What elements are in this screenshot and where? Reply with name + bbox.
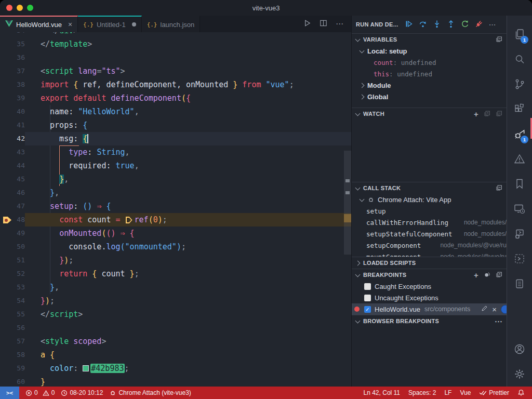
split-editor-button[interactable] <box>320 19 327 29</box>
debug-session-status[interactable]: Chrome Attach (vite-vue3) <box>109 389 191 396</box>
collapse-all-icon[interactable] <box>496 110 502 118</box>
sidebar-item-remote-terminal[interactable] <box>507 246 532 271</box>
code-line-42[interactable]: 42 msg: { <box>0 132 351 145</box>
variable-row[interactable]: count: undefined <box>352 57 507 68</box>
close-tab-icon[interactable]: × <box>68 20 72 29</box>
browser-breakpoints-more-icon[interactable]: ⋯ <box>495 317 502 325</box>
sidebar-item-search[interactable] <box>507 47 532 72</box>
sidebar-item-explorer[interactable]: 1 <box>507 22 532 47</box>
breakpoint-checkbox[interactable] <box>364 295 371 301</box>
code-line-48[interactable]: 48 const count = ref(0); <box>0 213 351 227</box>
code-line-40[interactable]: 40 name: "HelloWorld", <box>0 105 351 118</box>
code-line-59[interactable]: 59 color: #42b983; <box>0 362 351 375</box>
loaded-scripts-header[interactable]: LOADED SCRIPTS <box>352 257 507 269</box>
sidebar-item-source-control[interactable] <box>507 72 532 97</box>
stack-frame-row[interactable]: callWithErrorHandlingnode_modules/ <box>352 217 507 228</box>
run-file-button[interactable] <box>303 19 311 29</box>
breakpoints-header[interactable]: BREAKPOINTS + <box>352 269 507 281</box>
code-line-49[interactable]: 49 onMounted(() ⇒ { <box>0 227 351 240</box>
stack-frame-row[interactable]: mountComponentnode_modules/@vue/ru <box>352 251 507 257</box>
code-line-53[interactable]: 53 }, <box>0 281 351 294</box>
breakpoint-checkbox[interactable] <box>364 283 371 290</box>
code-line-47[interactable]: 47 setup: () ⇒ { <box>0 200 351 213</box>
restart-button[interactable] <box>461 20 469 30</box>
notifications-bell-icon[interactable] <box>517 389 525 396</box>
editor-more-actions-button[interactable]: ⋯ <box>336 19 344 29</box>
continue-button[interactable] <box>405 20 413 30</box>
code-line-38[interactable]: 38import { ref, defineComponent, onMount… <box>0 78 351 91</box>
step-out-button[interactable] <box>447 20 455 30</box>
code-line-56[interactable]: 56 <box>0 321 351 335</box>
sidebar-item-bookmarks[interactable] <box>507 171 532 196</box>
language-mode-status[interactable]: Vue <box>460 389 471 396</box>
code-line-45[interactable]: 45 }, <box>0 172 351 186</box>
code-line-51[interactable]: 51 }); <box>0 254 351 267</box>
breakpoint-row[interactable]: ✓HelloWorld.vuesrc/components× <box>352 303 507 315</box>
stack-frame-row[interactable]: setup <box>352 205 507 217</box>
sidebar-item-run-and-debug[interactable]: 1 <box>507 122 532 147</box>
tab-Untitled-1[interactable]: {.}Untitled-1 <box>78 16 142 32</box>
variables-scope-row[interactable]: Module <box>352 79 507 91</box>
remove-all-watch-icon[interactable] <box>484 110 490 118</box>
collapse-all-icon[interactable] <box>496 36 502 44</box>
code-line-46[interactable]: 46 }, <box>0 186 351 200</box>
sidebar-item-debug-alt[interactable] <box>507 221 532 246</box>
breakpoint-row[interactable]: Caught Exceptions <box>352 281 507 292</box>
clock-status[interactable]: 08-20 10:12 <box>61 389 103 396</box>
code-line-57[interactable]: 57<style scoped> <box>0 335 351 348</box>
code-line-55[interactable]: 55</script> <box>0 308 351 321</box>
add-watch-icon[interactable]: + <box>474 110 478 118</box>
settings-gear-icon[interactable] <box>507 362 532 387</box>
code-line-44[interactable]: 44 required: true, <box>0 159 351 172</box>
sidebar-item-problems-warning[interactable] <box>507 147 532 171</box>
formatter-status[interactable]: Prettier <box>479 389 509 396</box>
call-stack-header[interactable]: CALL STACK <box>352 182 507 194</box>
breakpoint-checkbox[interactable]: ✓ <box>364 306 371 313</box>
debug-session-row[interactable]: Chrome Attach: Vite App <box>352 194 507 205</box>
remove-all-breakpoints-icon[interactable] <box>496 271 502 279</box>
edit-breakpoint-icon[interactable] <box>481 305 488 313</box>
sidebar-item-live-preview[interactable] <box>507 196 532 221</box>
code-line-35[interactable]: 35</template> <box>0 37 351 51</box>
remove-breakpoint-icon[interactable]: × <box>492 305 497 314</box>
breakpoint-row[interactable]: Uncaught Exceptions <box>352 292 507 303</box>
toggle-breakpoints-icon[interactable] <box>484 271 490 279</box>
code-line-50[interactable]: 50 console.log("onmounted"); <box>0 240 351 254</box>
overview-ruler[interactable] <box>344 32 351 387</box>
stack-frame-row[interactable]: setupStatefulComponentnode_modules/ <box>352 228 507 240</box>
code-line-58[interactable]: 58a { <box>0 348 351 362</box>
stack-frame-row[interactable]: setupComponentnode_modules/@vue/ru <box>352 240 507 251</box>
code-line-37[interactable]: 37<script lang="ts"> <box>0 64 351 78</box>
disconnect-button[interactable] <box>475 20 483 30</box>
collapse-all-icon[interactable] <box>496 184 502 192</box>
code-line-60[interactable]: 60} <box>0 375 351 387</box>
step-into-button[interactable] <box>433 20 441 30</box>
variables-header[interactable]: VARIABLES <box>352 34 507 45</box>
code-line-54[interactable]: 54}); <box>0 294 351 308</box>
variables-scope-row[interactable]: Global <box>352 91 507 102</box>
sidebar-item-notes[interactable] <box>507 271 532 296</box>
code-line-41[interactable]: 41 props: { <box>0 118 351 132</box>
step-over-button[interactable] <box>419 20 427 30</box>
indentation-status[interactable]: Spaces: 2 <box>408 389 436 396</box>
code-line-52[interactable]: 52 return { count }; <box>0 267 351 281</box>
code-line-43[interactable]: 43 type: String, <box>0 145 351 159</box>
debug-more-actions-button[interactable]: ⋯ <box>489 20 497 29</box>
code-line-36[interactable]: 36 <box>0 51 351 64</box>
scrollbar-slider[interactable] <box>344 151 351 255</box>
tab-launch.json[interactable]: {.}launch.json <box>142 16 201 32</box>
code-line-34[interactable]: 34 </div> <box>0 32 351 37</box>
problems-status[interactable]: 0 0 <box>25 389 55 396</box>
cursor-position-status[interactable]: Ln 42, Col 11 <box>364 389 401 396</box>
watch-header[interactable]: WATCH + <box>352 108 507 119</box>
eol-status[interactable]: LF <box>444 389 451 396</box>
sidebar-item-extensions[interactable] <box>507 97 532 122</box>
code-line-39[interactable]: 39export default defineComponent({ <box>0 91 351 105</box>
variable-row[interactable]: this: undefined <box>352 68 507 79</box>
add-function-breakpoint-icon[interactable]: + <box>474 271 478 279</box>
tab-HelloWorld.vue[interactable]: HelloWorld.vue× <box>0 16 78 32</box>
editor[interactable]: 34 </div>35</template>3637<script lang="… <box>0 32 351 387</box>
variables-scope-row[interactable]: Local: setup <box>352 45 507 57</box>
remote-indicator[interactable]: >< <box>0 387 19 399</box>
browser-breakpoints-header[interactable]: BROWSER BREAKPOINTS ⋯ <box>352 315 507 327</box>
